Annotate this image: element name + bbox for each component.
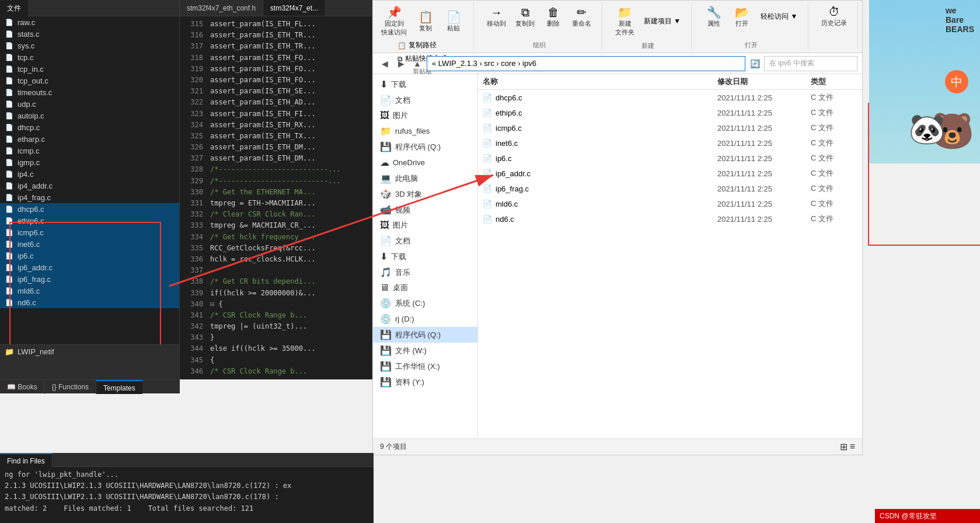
list-item[interactable]: 📄udp.c	[0, 98, 179, 110]
table-row[interactable]: 📄 icmp6.c 2021/11/11 2:25 C 文件	[478, 120, 862, 135]
pics2-icon: 🖼	[380, 220, 389, 231]
nav-item-desktop[interactable]: 🖥桌面	[373, 280, 477, 295]
nav-item-thispc[interactable]: 💻此电脑	[373, 170, 477, 186]
copy-path-button[interactable]: 📋 复制路径	[394, 39, 451, 51]
delete-button[interactable]: 🗑 删除	[540, 4, 566, 30]
list-item[interactable]: 📄ip6.c	[0, 250, 179, 262]
tab-find[interactable]: Find in Files	[0, 453, 53, 467]
address-path[interactable]: « LWIP_2.1.3 › src › core › ipv6	[427, 56, 745, 71]
list-item[interactable]: 📄icmp.c	[0, 145, 179, 156]
list-item[interactable]: 📄autoip.c	[0, 110, 179, 121]
nav-item-download2[interactable]: ⬇下载	[373, 249, 477, 264]
new-folder-icon: 📁	[618, 5, 632, 19]
lwip-folder-item[interactable]: 📁 LWIP_netif	[0, 345, 179, 358]
list-view-icon[interactable]: ≡	[850, 441, 855, 452]
nav-item-rufus[interactable]: 📁rufus_files	[373, 123, 477, 139]
nav-item-music[interactable]: 🎵音乐	[373, 264, 477, 280]
list-item[interactable]: 📄tcp_in.c	[0, 63, 179, 75]
code-tab-2[interactable]: stm32f4x7_et...	[263, 0, 326, 16]
col-header-name[interactable]: 名称	[483, 76, 717, 87]
code-tab-1[interactable]: stm32f4x7_eth_conf.h	[180, 0, 263, 16]
tab-books[interactable]: 📖 Books	[0, 380, 45, 394]
table-row[interactable]: 📄 ethip6.c 2021/11/11 2:25 C 文件	[478, 105, 862, 120]
nav-item-program-q2[interactable]: 💾程序代码 (Q:)	[373, 327, 477, 343]
pin-to-quick-access-button[interactable]: 📌 固定到快速访问	[378, 3, 410, 39]
list-item[interactable]: 📄timeouts.c	[0, 86, 179, 98]
path-text: « LWIP_2.1.3 › src › core › ipv6	[432, 59, 536, 68]
c-file-icon: 📄	[5, 193, 14, 202]
properties-button[interactable]: 🔧 属性	[701, 3, 727, 30]
code-line: 321 assert_param(IS_ETH_SE...	[180, 86, 372, 97]
nav-item-w-drive[interactable]: 💾文件 (W:)	[373, 343, 477, 358]
rename-button[interactable]: ✏ 重命名	[569, 3, 595, 30]
copy-to-button[interactable]: ⧉ 复制到	[512, 4, 538, 30]
file-name-cell: 📄 inet6.c	[483, 139, 717, 148]
back-button[interactable]: ◀	[378, 57, 392, 71]
easy-access-button[interactable]: 轻松访问 ▼	[757, 11, 801, 23]
list-item[interactable]: 📄ip6_frag.c	[0, 273, 179, 285]
list-item[interactable]: 📄tcp.c	[0, 51, 179, 63]
nav-item-documents[interactable]: 📄文档	[373, 92, 477, 108]
file-date: 2021/11/11 2:25	[717, 109, 811, 117]
nav-item-pictures[interactable]: 🖼图片	[373, 108, 477, 123]
organize-buttons: → 移动到 ⧉ 复制到 🗑 删除 ✏ 重命名	[483, 3, 595, 30]
move-to-button[interactable]: → 移动到	[483, 4, 510, 30]
table-row[interactable]: 📄 mld6.c 2021/11/11 2:25 C 文件	[478, 196, 862, 211]
list-item[interactable]: 📄ip4_addr.c	[0, 180, 179, 191]
nav-item-y-drive[interactable]: 💾资料 (Y:)	[373, 374, 477, 390]
list-item[interactable]: 📄stats.c	[0, 28, 179, 40]
nav-item-download[interactable]: ⬇下载	[373, 76, 477, 92]
search-input[interactable]: 在 ipv6 中搜索	[764, 56, 857, 71]
file-type: C 文件	[811, 92, 857, 103]
table-row[interactable]: 📄 ip6.c 2021/11/11 2:25 C 文件	[478, 151, 862, 166]
list-item[interactable]: 📄dhcp.c	[0, 121, 179, 133]
nav-item-c-drive[interactable]: 💿系统 (C:)	[373, 295, 477, 311]
nav-item-video[interactable]: 📹视频	[373, 202, 477, 218]
list-item[interactable]: 📄inet6.c	[0, 238, 179, 250]
list-item[interactable]: 📄mld6.c	[0, 285, 179, 297]
c-file-icon: 📄	[5, 53, 14, 62]
table-row[interactable]: 📄 ip6_addr.c 2021/11/11 2:25 C 文件	[478, 166, 862, 181]
list-item[interactable]: 📄raw.c	[0, 16, 179, 28]
nav-item-program-q[interactable]: 💾程序代码 (Q:)	[373, 139, 477, 155]
list-item[interactable]: 📄dhcp6.c	[0, 203, 179, 215]
list-item[interactable]: 📄ip4_frag.c	[0, 191, 179, 203]
tab-templates[interactable]: Templates	[96, 380, 142, 394]
sidebar-tab[interactable]: 文件	[0, 0, 28, 16]
up-button[interactable]: ▲	[410, 57, 424, 71]
list-item[interactable]: 📄sys.c	[0, 40, 179, 51]
list-item[interactable]: 📄tcp_out.c	[0, 75, 179, 86]
copy-button[interactable]: 📋 复制	[413, 8, 438, 35]
new-item-dropdown-button[interactable]: 新建项目 ▼	[640, 15, 684, 27]
list-item[interactable]: 📄igmp.c	[0, 156, 179, 168]
list-item[interactable]: 📄ip6_addr.c	[0, 262, 179, 273]
properties-icon: 🔧	[707, 5, 721, 19]
open-button[interactable]: 📂 打开	[729, 3, 755, 30]
table-row[interactable]: 📄 nd6.c 2021/11/11 2:25 C 文件	[478, 211, 862, 226]
list-item[interactable]: 📄icmp6.c	[0, 226, 179, 238]
nav-item-3d[interactable]: 🎲3D 对象	[373, 186, 477, 202]
forward-button[interactable]: ▶	[394, 57, 408, 71]
refresh-button[interactable]: 🔄	[748, 57, 762, 71]
table-row[interactable]: 📄 dhcp6.c 2021/11/11 2:25 C 文件	[478, 90, 862, 105]
table-row[interactable]: 📄 ip6_frag.c 2021/11/11 2:25 C 文件	[478, 181, 862, 196]
nav-item-onedrive[interactable]: ☁OneDrive	[373, 155, 477, 170]
grid-view-icon[interactable]: ⊞	[840, 441, 848, 452]
list-item[interactable]: 📄ethip6.c	[0, 215, 179, 226]
tab-functions[interactable]: {} Functions	[45, 380, 96, 394]
paste-button[interactable]: 📄 粘贴	[441, 8, 466, 35]
history-button[interactable]: ⏱ 历史记录	[818, 3, 850, 30]
col-header-type[interactable]: 类型	[811, 76, 857, 87]
col-header-date[interactable]: 修改日期	[717, 76, 811, 87]
nav-item-d-drive[interactable]: 💿rj (D:)	[373, 311, 477, 327]
list-item[interactable]: 📄etharp.c	[0, 133, 179, 145]
c-file-icon: 📄	[5, 123, 14, 132]
list-item[interactable]: 📄nd6.c	[0, 297, 179, 308]
list-item[interactable]: 📄ip4.c	[0, 168, 179, 180]
new-folder-button[interactable]: 📁 新建文件夹	[612, 3, 638, 39]
nav-item-documents2[interactable]: 📄文档	[373, 233, 477, 249]
file-type: C 文件	[811, 214, 857, 224]
table-row[interactable]: 📄 inet6.c 2021/11/11 2:25 C 文件	[478, 135, 862, 151]
nav-item-x-drive[interactable]: 💾工作华恒 (X:)	[373, 358, 477, 374]
nav-item-pictures2[interactable]: 🖼图片	[373, 218, 477, 233]
